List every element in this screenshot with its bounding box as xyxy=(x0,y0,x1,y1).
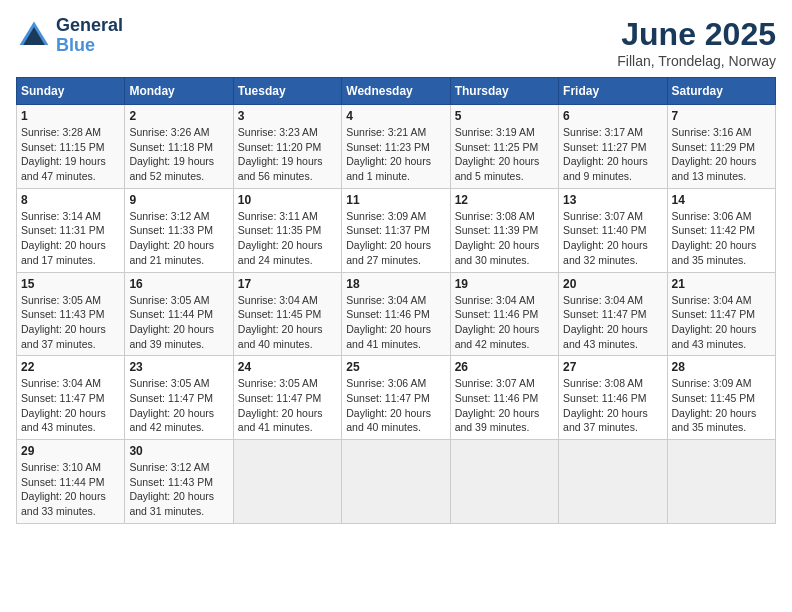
calendar-cell: 27Sunrise: 3:08 AM Sunset: 11:46 PM Dayl… xyxy=(559,356,667,440)
day-number: 30 xyxy=(129,444,228,458)
calendar-cell: 18Sunrise: 3:04 AM Sunset: 11:46 PM Dayl… xyxy=(342,272,450,356)
day-info: Sunrise: 3:17 AM Sunset: 11:27 PM Daylig… xyxy=(563,125,662,184)
day-info: Sunrise: 3:08 AM Sunset: 11:39 PM Daylig… xyxy=(455,209,554,268)
day-info: Sunrise: 3:26 AM Sunset: 11:18 PM Daylig… xyxy=(129,125,228,184)
calendar-cell: 28Sunrise: 3:09 AM Sunset: 11:45 PM Dayl… xyxy=(667,356,775,440)
calendar-cell: 29Sunrise: 3:10 AM Sunset: 11:44 PM Dayl… xyxy=(17,440,125,524)
day-info: Sunrise: 3:09 AM Sunset: 11:37 PM Daylig… xyxy=(346,209,445,268)
day-number: 17 xyxy=(238,277,337,291)
calendar-week-row: 8Sunrise: 3:14 AM Sunset: 11:31 PM Dayli… xyxy=(17,188,776,272)
calendar-cell: 13Sunrise: 3:07 AM Sunset: 11:40 PM Dayl… xyxy=(559,188,667,272)
logo-line1: General xyxy=(56,16,123,36)
calendar-cell: 23Sunrise: 3:05 AM Sunset: 11:47 PM Dayl… xyxy=(125,356,233,440)
calendar-cell xyxy=(233,440,341,524)
day-info: Sunrise: 3:09 AM Sunset: 11:45 PM Daylig… xyxy=(672,376,771,435)
day-info: Sunrise: 3:06 AM Sunset: 11:47 PM Daylig… xyxy=(346,376,445,435)
day-number: 18 xyxy=(346,277,445,291)
calendar-cell: 1Sunrise: 3:28 AM Sunset: 11:15 PM Dayli… xyxy=(17,105,125,189)
calendar-week-row: 22Sunrise: 3:04 AM Sunset: 11:47 PM Dayl… xyxy=(17,356,776,440)
day-info: Sunrise: 3:07 AM Sunset: 11:46 PM Daylig… xyxy=(455,376,554,435)
logo-text: General Blue xyxy=(56,16,123,56)
calendar-cell: 17Sunrise: 3:04 AM Sunset: 11:45 PM Dayl… xyxy=(233,272,341,356)
day-number: 1 xyxy=(21,109,120,123)
day-info: Sunrise: 3:04 AM Sunset: 11:47 PM Daylig… xyxy=(672,293,771,352)
calendar-cell: 9Sunrise: 3:12 AM Sunset: 11:33 PM Dayli… xyxy=(125,188,233,272)
day-number: 8 xyxy=(21,193,120,207)
day-info: Sunrise: 3:08 AM Sunset: 11:46 PM Daylig… xyxy=(563,376,662,435)
calendar-cell: 30Sunrise: 3:12 AM Sunset: 11:43 PM Dayl… xyxy=(125,440,233,524)
day-info: Sunrise: 3:04 AM Sunset: 11:46 PM Daylig… xyxy=(455,293,554,352)
day-number: 4 xyxy=(346,109,445,123)
calendar-cell: 12Sunrise: 3:08 AM Sunset: 11:39 PM Dayl… xyxy=(450,188,558,272)
day-number: 21 xyxy=(672,277,771,291)
logo-icon xyxy=(16,18,52,54)
day-header-sunday: Sunday xyxy=(17,78,125,105)
calendar-cell: 20Sunrise: 3:04 AM Sunset: 11:47 PM Dayl… xyxy=(559,272,667,356)
day-number: 10 xyxy=(238,193,337,207)
day-info: Sunrise: 3:06 AM Sunset: 11:42 PM Daylig… xyxy=(672,209,771,268)
day-number: 25 xyxy=(346,360,445,374)
calendar-cell: 16Sunrise: 3:05 AM Sunset: 11:44 PM Dayl… xyxy=(125,272,233,356)
calendar-cell: 26Sunrise: 3:07 AM Sunset: 11:46 PM Dayl… xyxy=(450,356,558,440)
day-number: 28 xyxy=(672,360,771,374)
title-block: June 2025 Fillan, Trondelag, Norway xyxy=(617,16,776,69)
day-number: 13 xyxy=(563,193,662,207)
calendar-cell: 4Sunrise: 3:21 AM Sunset: 11:23 PM Dayli… xyxy=(342,105,450,189)
day-info: Sunrise: 3:04 AM Sunset: 11:46 PM Daylig… xyxy=(346,293,445,352)
calendar-week-row: 1Sunrise: 3:28 AM Sunset: 11:15 PM Dayli… xyxy=(17,105,776,189)
calendar-cell: 2Sunrise: 3:26 AM Sunset: 11:18 PM Dayli… xyxy=(125,105,233,189)
day-number: 12 xyxy=(455,193,554,207)
page-header: General Blue June 2025 Fillan, Trondelag… xyxy=(16,16,776,69)
day-info: Sunrise: 3:12 AM Sunset: 11:33 PM Daylig… xyxy=(129,209,228,268)
calendar-cell: 15Sunrise: 3:05 AM Sunset: 11:43 PM Dayl… xyxy=(17,272,125,356)
day-number: 15 xyxy=(21,277,120,291)
day-info: Sunrise: 3:21 AM Sunset: 11:23 PM Daylig… xyxy=(346,125,445,184)
day-number: 26 xyxy=(455,360,554,374)
day-number: 2 xyxy=(129,109,228,123)
day-number: 22 xyxy=(21,360,120,374)
calendar-cell: 22Sunrise: 3:04 AM Sunset: 11:47 PM Dayl… xyxy=(17,356,125,440)
day-info: Sunrise: 3:11 AM Sunset: 11:35 PM Daylig… xyxy=(238,209,337,268)
day-info: Sunrise: 3:04 AM Sunset: 11:47 PM Daylig… xyxy=(21,376,120,435)
day-number: 16 xyxy=(129,277,228,291)
calendar-cell: 19Sunrise: 3:04 AM Sunset: 11:46 PM Dayl… xyxy=(450,272,558,356)
day-info: Sunrise: 3:16 AM Sunset: 11:29 PM Daylig… xyxy=(672,125,771,184)
calendar-subtitle: Fillan, Trondelag, Norway xyxy=(617,53,776,69)
calendar-week-row: 15Sunrise: 3:05 AM Sunset: 11:43 PM Dayl… xyxy=(17,272,776,356)
logo-line2: Blue xyxy=(56,36,123,56)
day-header-thursday: Thursday xyxy=(450,78,558,105)
day-info: Sunrise: 3:28 AM Sunset: 11:15 PM Daylig… xyxy=(21,125,120,184)
calendar-cell xyxy=(450,440,558,524)
day-number: 20 xyxy=(563,277,662,291)
day-info: Sunrise: 3:04 AM Sunset: 11:47 PM Daylig… xyxy=(563,293,662,352)
calendar-cell: 11Sunrise: 3:09 AM Sunset: 11:37 PM Dayl… xyxy=(342,188,450,272)
day-number: 19 xyxy=(455,277,554,291)
day-header-monday: Monday xyxy=(125,78,233,105)
day-number: 6 xyxy=(563,109,662,123)
day-info: Sunrise: 3:23 AM Sunset: 11:20 PM Daylig… xyxy=(238,125,337,184)
day-info: Sunrise: 3:05 AM Sunset: 11:43 PM Daylig… xyxy=(21,293,120,352)
calendar-cell: 6Sunrise: 3:17 AM Sunset: 11:27 PM Dayli… xyxy=(559,105,667,189)
calendar-cell xyxy=(559,440,667,524)
day-number: 27 xyxy=(563,360,662,374)
day-info: Sunrise: 3:07 AM Sunset: 11:40 PM Daylig… xyxy=(563,209,662,268)
day-info: Sunrise: 3:12 AM Sunset: 11:43 PM Daylig… xyxy=(129,460,228,519)
calendar-title: June 2025 xyxy=(617,16,776,53)
day-number: 29 xyxy=(21,444,120,458)
day-number: 3 xyxy=(238,109,337,123)
day-number: 14 xyxy=(672,193,771,207)
calendar-cell: 8Sunrise: 3:14 AM Sunset: 11:31 PM Dayli… xyxy=(17,188,125,272)
calendar-header-row: SundayMondayTuesdayWednesdayThursdayFrid… xyxy=(17,78,776,105)
day-info: Sunrise: 3:05 AM Sunset: 11:47 PM Daylig… xyxy=(238,376,337,435)
calendar-cell: 21Sunrise: 3:04 AM Sunset: 11:47 PM Dayl… xyxy=(667,272,775,356)
day-info: Sunrise: 3:05 AM Sunset: 11:47 PM Daylig… xyxy=(129,376,228,435)
day-number: 5 xyxy=(455,109,554,123)
day-info: Sunrise: 3:10 AM Sunset: 11:44 PM Daylig… xyxy=(21,460,120,519)
calendar-cell: 5Sunrise: 3:19 AM Sunset: 11:25 PM Dayli… xyxy=(450,105,558,189)
day-header-tuesday: Tuesday xyxy=(233,78,341,105)
day-info: Sunrise: 3:04 AM Sunset: 11:45 PM Daylig… xyxy=(238,293,337,352)
calendar-cell xyxy=(342,440,450,524)
calendar-cell: 7Sunrise: 3:16 AM Sunset: 11:29 PM Dayli… xyxy=(667,105,775,189)
calendar-cell: 24Sunrise: 3:05 AM Sunset: 11:47 PM Dayl… xyxy=(233,356,341,440)
day-info: Sunrise: 3:05 AM Sunset: 11:44 PM Daylig… xyxy=(129,293,228,352)
